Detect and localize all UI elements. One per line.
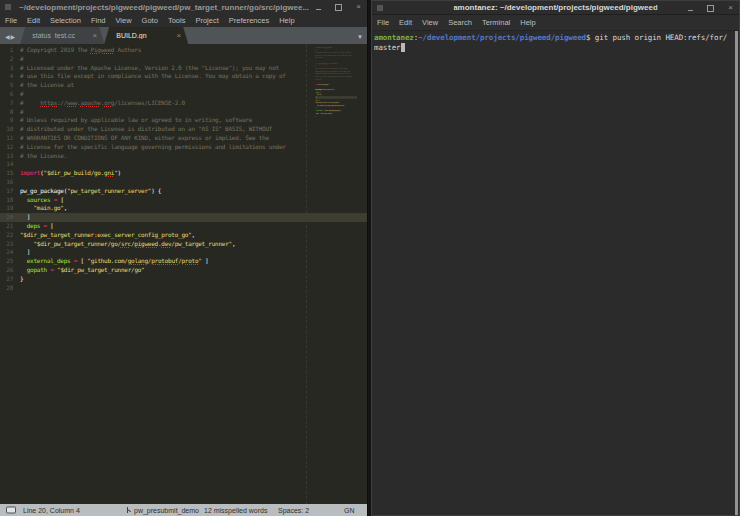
maximize-icon[interactable]	[706, 4, 715, 13]
terminal-scrollbar[interactable]	[735, 31, 738, 515]
code-line[interactable]: 11# WARRANTIES OR CONDITIONS OF ANY KIND…	[0, 134, 367, 143]
code-line[interactable]: 18 sources = [	[0, 196, 367, 205]
minimap[interactable]: 1# Copyright 2019 The Pigweed Authors2#3…	[315, 46, 357, 136]
line-number[interactable]: 25	[0, 257, 20, 266]
line-number[interactable]: 1	[0, 46, 20, 55]
line-number[interactable]: 16	[0, 178, 20, 187]
sublime-titlebar[interactable]: ~/development/projects/pigweed/pigweed/p…	[0, 0, 367, 14]
code-line[interactable]: 5# the License at	[0, 81, 367, 90]
line-number[interactable]: 2	[0, 55, 20, 64]
code-line[interactable]: 28	[0, 284, 367, 293]
code-line[interactable]: 4# use this file except in compliance wi…	[0, 72, 367, 81]
statusbar-panel-icon[interactable]	[6, 507, 16, 514]
line-number[interactable]: 22	[0, 231, 20, 240]
code-line[interactable]: 3# Licensed under the Apache License, Ve…	[0, 64, 367, 73]
code-line[interactable]: 17pw_go_package("pw_target_runner_server…	[0, 187, 367, 196]
line-number[interactable]: 19	[0, 204, 20, 213]
tab-close-icon[interactable]: ×	[93, 32, 98, 40]
line-number[interactable]: 23	[0, 240, 20, 249]
line-number[interactable]: 13	[0, 152, 20, 161]
menu-item-edit[interactable]: Edit	[22, 16, 45, 25]
code-line[interactable]: 22"$dir_pw_target_runner:exec_server_con…	[0, 231, 367, 240]
code-line[interactable]: 26 gopath = "$dir_pw_target_runner/go"	[0, 266, 367, 275]
code-line[interactable]: 13# the License.	[0, 152, 367, 161]
line-number[interactable]: 14	[0, 160, 20, 169]
statusbar-syntax[interactable]: GN	[344, 507, 355, 514]
line-number[interactable]: 12	[0, 143, 20, 152]
code-line[interactable]: 14	[0, 160, 367, 169]
terminal-titlebar[interactable]: amontanez: ~/development/projects/pigwee…	[372, 1, 739, 15]
terminal-menu-item-view[interactable]: View	[417, 18, 443, 27]
line-number[interactable]: 8	[0, 108, 20, 117]
tab-close-icon[interactable]: ×	[177, 32, 182, 40]
minimize-icon[interactable]	[686, 4, 695, 13]
line-number[interactable]: 3	[0, 64, 20, 73]
code-line[interactable]: 9# Unless required by applicable law or …	[0, 116, 367, 125]
line-number[interactable]: 24	[0, 248, 20, 257]
menu-item-tools[interactable]: Tools	[163, 16, 191, 25]
terminal-menu-item-edit[interactable]: Edit	[394, 18, 417, 27]
line-number[interactable]: 20	[0, 213, 20, 222]
menu-item-find[interactable]: Find	[86, 16, 111, 25]
tab-status_test.cc[interactable]: status_test.cc×	[20, 27, 104, 44]
line-number[interactable]: 15	[0, 169, 20, 178]
close-icon[interactable]: ×	[726, 4, 735, 13]
statusbar-indentation[interactable]: Spaces: 2	[278, 507, 309, 514]
line-number[interactable]: 18	[0, 196, 20, 205]
menu-item-preferences[interactable]: Preferences	[224, 16, 274, 25]
code-area[interactable]: 1# Copyright 2019 The Pigweed Authors2#3…	[0, 46, 367, 292]
line-number[interactable]: 5	[0, 81, 20, 90]
menu-item-view[interactable]: View	[110, 16, 136, 25]
minimize-icon[interactable]	[314, 3, 323, 12]
line-number[interactable]: 9	[0, 116, 20, 125]
menu-item-file[interactable]: File	[0, 16, 22, 25]
code-line[interactable]: 10# distributed under the License is dis…	[0, 125, 367, 134]
code-line[interactable]: 16	[0, 178, 367, 187]
terminal-menu-item-help[interactable]: Help	[515, 18, 540, 27]
code-line[interactable]: 1# Copyright 2019 The Pigweed Authors	[0, 46, 367, 55]
editor-pane[interactable]: 1# Copyright 2019 The Pigweed Authors2#3…	[0, 44, 367, 504]
code-line[interactable]: 25 external_deps = [ "github.com/golang/…	[0, 257, 367, 266]
terminal-menu-item-file[interactable]: File	[372, 18, 394, 27]
terminal-body[interactable]: amontanez:~/development/projects/pigweed…	[372, 31, 739, 515]
line-number[interactable]: 11	[0, 134, 20, 143]
close-icon[interactable]: ×	[354, 3, 363, 12]
code-line[interactable]: 6#	[0, 90, 367, 99]
code-line[interactable]: 12# License for the specific language go…	[0, 143, 367, 152]
code-line[interactable]: 8#	[0, 108, 367, 117]
code-area[interactable]: 1# Copyright 2019 The Pigweed Authors2#3…	[315, 46, 357, 120]
code-line[interactable]: 24 ]	[0, 248, 367, 257]
maximize-icon[interactable]	[334, 3, 343, 12]
code-line[interactable]: 19 "main.go",	[0, 204, 367, 213]
terminal-scrollbar-thumb[interactable]	[735, 31, 738, 515]
menu-item-goto[interactable]: Goto	[137, 16, 163, 25]
code-line[interactable]: 23 "$dir_pw_target_runner/go/src/pigweed…	[0, 240, 367, 249]
menu-item-selection[interactable]: Selection	[45, 16, 86, 25]
line-number[interactable]: 21	[0, 222, 20, 231]
menu-item-help[interactable]: Help	[274, 16, 299, 25]
code-line[interactable]: 15import("$dir_pw_build/go.gni")	[0, 169, 367, 178]
statusbar-spellcheck[interactable]: 12 misspelled words	[204, 507, 267, 514]
tab-overflow-icon[interactable]: ▼	[357, 34, 363, 40]
code-line[interactable]: 27}	[0, 275, 367, 284]
line-number[interactable]: 28	[0, 284, 20, 293]
line-number[interactable]: 6	[0, 90, 20, 99]
line-number[interactable]: 17	[0, 187, 20, 196]
code-line[interactable]: 21 deps = [	[0, 222, 367, 231]
code-line[interactable]: 20 ]	[0, 213, 367, 222]
terminal-menu-item-terminal[interactable]: Terminal	[477, 18, 515, 27]
menu-item-project[interactable]: Project	[190, 16, 223, 25]
line-number[interactable]: 7	[0, 99, 20, 108]
statusbar-git-branch[interactable]: pw_presubmit_demo	[126, 506, 199, 514]
tab-build.gn[interactable]: BUILD.gn×	[104, 27, 188, 44]
line-number[interactable]: 26	[0, 266, 20, 275]
line-number[interactable]: 10	[0, 125, 20, 134]
line-content: # License for the specific language gove…	[20, 143, 367, 152]
terminal-menu-item-search[interactable]: Search	[443, 18, 477, 27]
line-number[interactable]: 27	[0, 275, 20, 284]
line-number[interactable]: 4	[0, 72, 20, 81]
tab-scroll-arrows-icon[interactable]: ◀▶	[0, 33, 20, 44]
statusbar-caret-position[interactable]: Line 20, Column 4	[23, 507, 80, 514]
code-line[interactable]: 2#	[0, 55, 367, 64]
code-line[interactable]: 7# https://www.apache.org/licenses/LICEN…	[0, 99, 367, 108]
